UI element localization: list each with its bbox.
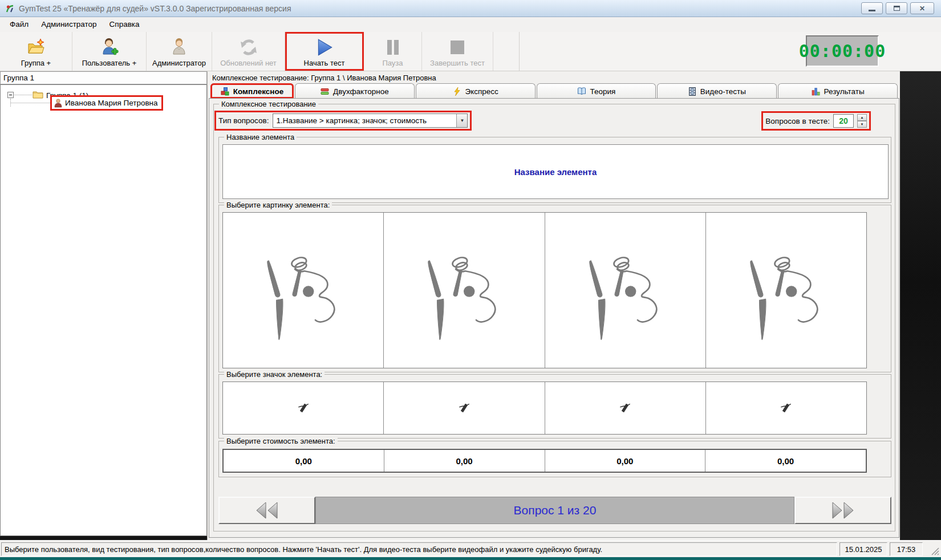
tab-video-tests[interactable]: Видео-тесты <box>657 83 777 99</box>
icon-option-3[interactable] <box>545 382 706 434</box>
resize-grip[interactable] <box>931 547 939 555</box>
tree-connector <box>10 103 50 103</box>
desktop-edge <box>0 557 941 560</box>
chevron-down-icon[interactable]: ▼ <box>456 114 467 127</box>
value-options-row: 0,00 0,00 0,00 0,00 <box>222 449 867 473</box>
double-left-arrow-icon <box>254 501 279 520</box>
question-type-label: Тип вопросов: <box>218 116 269 125</box>
picture-option-3[interactable] <box>545 213 706 368</box>
tab-dvuhfaktornoe[interactable]: Двухфакторное <box>295 83 415 99</box>
play-icon <box>315 37 334 58</box>
groupbox-title: Комплексное тестирование <box>219 100 318 108</box>
double-right-arrow-icon <box>830 501 855 520</box>
element-name-groupbox: Название элемента Название элемента <box>218 137 891 203</box>
minimize-button[interactable] <box>861 2 883 14</box>
bar-chart-icon <box>812 87 820 96</box>
question-count-input[interactable]: 20 <box>833 114 854 128</box>
next-question-button[interactable] <box>794 497 891 524</box>
user-add-button[interactable]: Пользователь + <box>72 32 147 71</box>
question-count-row: Вопросов в тесте: 20 ▲ ▼ <box>761 111 871 131</box>
icon-choice-groupbox: Выберите значок элемента: <box>218 374 891 439</box>
question-navigation: Вопрос 1 из 20 <box>218 497 891 524</box>
tree-collapse-icon[interactable] <box>7 92 14 98</box>
minimize-icon <box>869 10 875 11</box>
group-add-button[interactable]: Группа + <box>0 32 72 71</box>
folder-new-icon <box>27 37 45 58</box>
picture-option-4[interactable] <box>706 213 866 368</box>
close-icon: ✕ <box>919 5 925 13</box>
maximize-icon <box>894 6 900 11</box>
icon-option-1[interactable] <box>223 382 384 434</box>
tab-theory[interactable]: Теория <box>537 83 656 99</box>
question-count-stepper: ▲ ▼ <box>857 114 867 128</box>
finish-test-button: Завершить тест <box>422 32 493 71</box>
admin-user-icon <box>170 37 188 58</box>
picture-choice-groupbox: Выберите картинку элемента: <box>218 205 891 372</box>
question-count-label: Вопросов в тесте: <box>765 117 830 125</box>
lightning-icon <box>453 87 461 96</box>
user-icon <box>54 99 62 108</box>
two-bars-icon <box>321 87 329 96</box>
pause-icon <box>384 37 401 58</box>
pause-button: Пауза <box>364 32 422 71</box>
close-button[interactable]: ✕ <box>910 2 934 14</box>
value-option-4[interactable]: 0,00 <box>705 450 866 472</box>
tab-results[interactable]: Результаты <box>778 83 898 99</box>
value-option-3[interactable]: 0,00 <box>545 450 706 472</box>
menu-file[interactable]: Файл <box>3 17 35 32</box>
tree-item-user-label: Иванова Мария Петровна <box>65 99 158 107</box>
tree-item-user[interactable]: Иванова Мария Петровна <box>50 95 163 111</box>
menu-bar: Файл Администратор Справка <box>0 17 941 32</box>
updates-button: Обновлений нет <box>212 32 285 71</box>
icon-option-4[interactable] <box>706 382 866 434</box>
picture-options-grid <box>222 212 867 368</box>
background-area <box>900 71 941 540</box>
status-date: 15.01.2025 <box>839 542 887 556</box>
maximize-button[interactable] <box>886 2 907 14</box>
group-tree: Группа 1 (1) Иванова Мария Петровна <box>0 84 207 536</box>
status-message: Выберите пользователя, вид тестирования,… <box>1 542 837 556</box>
menu-help[interactable]: Справка <box>103 17 146 32</box>
complex-testing-groupbox: Комплексное тестирование Тип вопросов: 1… <box>213 104 895 531</box>
tree-connector <box>14 95 32 95</box>
test-timer: 00:00:00 <box>806 35 879 67</box>
user-add-icon <box>100 37 119 58</box>
title-bar: GymTest 25 «Тренажёр для судей» vST.3.0.… <box>0 0 941 17</box>
window-title: GymTest 25 «Тренажёр для судей» vST.3.0.… <box>19 4 291 13</box>
breadcrumb: Комплексное тестирование: Группа 1 \ Ива… <box>212 74 436 82</box>
status-time: 17:53 <box>890 542 923 556</box>
question-type-select[interactable]: 1.Название > картинка; значок; стоимость… <box>273 113 468 128</box>
app-icon <box>5 3 15 14</box>
spin-up-icon[interactable]: ▲ <box>857 114 867 121</box>
refresh-icon <box>240 37 258 58</box>
element-name-panel: Название элемента <box>222 144 889 199</box>
administrator-button[interactable]: Администратор <box>147 32 212 71</box>
toolbar: Группа + Пользователь + Администратор <box>0 32 941 71</box>
book-icon <box>577 87 586 95</box>
previous-question-button[interactable] <box>218 497 315 524</box>
element-name-value: Название элемента <box>514 167 597 177</box>
question-counter: Вопрос 1 из 20 <box>315 497 794 524</box>
spin-down-icon[interactable]: ▼ <box>857 121 867 128</box>
status-bar: Выберите пользователя, вид тестирования,… <box>0 540 941 557</box>
film-icon <box>688 87 696 96</box>
tab-express[interactable]: Экспресс <box>416 83 536 99</box>
picture-option-2[interactable] <box>384 213 545 368</box>
group-panel-header: Группа 1 <box>0 71 207 84</box>
value-choice-groupbox: Выберите стоимость элемента: 0,00 0,00 0… <box>218 441 891 477</box>
folder-icon <box>33 90 43 99</box>
icon-options-grid <box>222 382 867 435</box>
value-option-2[interactable]: 0,00 <box>384 450 545 472</box>
tab-komplexnoe[interactable]: Комплексное <box>210 83 294 99</box>
cubes-icon <box>221 87 229 96</box>
icon-option-2[interactable] <box>384 382 545 434</box>
question-type-row: Тип вопросов: 1.Название > картинка; зна… <box>214 111 472 131</box>
stop-icon <box>449 37 466 58</box>
menu-administrator[interactable]: Администратор <box>35 17 103 32</box>
start-test-button[interactable]: Начать тест <box>285 32 364 71</box>
picture-option-1[interactable] <box>223 213 384 368</box>
tab-content: Комплексное тестирование Тип вопросов: 1… <box>209 98 899 538</box>
main-area: Комплексное тестирование: Группа 1 \ Ива… <box>207 71 900 540</box>
value-option-1[interactable]: 0,00 <box>224 450 384 472</box>
tab-bar: Комплексное Двухфакторное Экспресс Теори… <box>210 83 899 99</box>
